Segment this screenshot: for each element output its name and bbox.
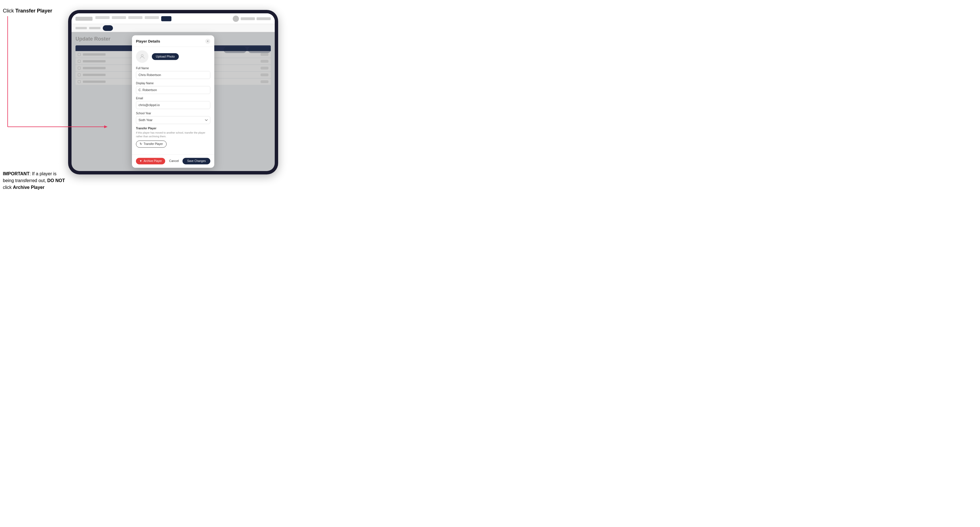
nav-link-squads[interactable]: [128, 16, 143, 19]
bottom-instruction: IMPORTANT: If a player is being transfer…: [3, 170, 65, 191]
modal-backdrop: Player Details ×: [72, 32, 275, 171]
modal-body: Upload Photo Full Name Display Name: [132, 47, 214, 154]
transfer-icon: ↻: [140, 142, 142, 146]
archive-label: Archive Player: [143, 159, 162, 162]
modal-title: Player Details: [136, 39, 160, 43]
save-changes-button[interactable]: Save Changes: [183, 158, 210, 164]
email-input[interactable]: [136, 101, 210, 109]
tablet-frame: Update Roster: [68, 10, 278, 175]
transfer-player-button[interactable]: ↻ Transfer Player: [136, 141, 167, 148]
nav-user-text: [241, 17, 255, 20]
archive-icon: ▼: [139, 159, 142, 162]
full-name-group: Full Name: [136, 67, 210, 79]
modal-close-button[interactable]: ×: [205, 38, 210, 44]
nav-link-leaderboard[interactable]: [145, 16, 159, 19]
school-year-label: School Year: [136, 112, 210, 115]
full-name-input[interactable]: [136, 71, 210, 79]
sec-nav-item-2[interactable]: [89, 27, 100, 29]
transfer-player-description: If this player has moved to another scho…: [136, 131, 210, 138]
player-avatar: [136, 50, 148, 63]
school-year-select[interactable]: First Year Second Year Third Year Fourth…: [136, 116, 210, 124]
archive-player-button[interactable]: ▼ Archive Player: [136, 158, 165, 164]
nav-link-dashboard[interactable]: [95, 16, 110, 19]
tablet-screen: Update Roster: [72, 13, 275, 171]
transfer-btn-label: Transfer Player: [143, 143, 163, 146]
school-year-group: School Year First Year Second Year Third…: [136, 112, 210, 124]
nav-links: [95, 16, 230, 21]
app-logo: [75, 17, 92, 21]
full-name-label: Full Name: [136, 67, 210, 70]
display-name-input[interactable]: [136, 86, 210, 94]
modal-header: Player Details ×: [132, 35, 214, 47]
user-avatar: [233, 16, 239, 22]
nav-right: [233, 16, 271, 22]
email-label: Email: [136, 97, 210, 100]
top-instruction: Click Transfer Player: [3, 8, 52, 14]
instruction-prefix: Click: [3, 8, 15, 14]
photo-upload-row: Upload Photo: [136, 50, 210, 63]
transfer-player-label: Transfer Player: [136, 127, 210, 130]
nav-link-plays-active[interactable]: [161, 16, 172, 21]
important-label: IMPORTANT: [3, 171, 30, 176]
instruction-rest2: click: [3, 185, 13, 190]
archive-ref-label: Archive Player: [13, 185, 45, 190]
secondary-nav: [72, 24, 275, 32]
email-group: Email: [136, 97, 210, 109]
instruction-bold: Transfer Player: [15, 8, 52, 14]
display-name-label: Display Name: [136, 82, 210, 85]
nav-link-feed[interactable]: [112, 16, 126, 19]
player-details-modal: Player Details ×: [132, 35, 214, 168]
svg-point-3: [141, 54, 143, 56]
sec-nav-item-1[interactable]: [75, 27, 87, 29]
upload-photo-button[interactable]: Upload Photo: [152, 53, 179, 60]
sec-nav-active[interactable]: [103, 25, 113, 31]
app-navbar: [72, 13, 275, 24]
do-not-label: DO NOT: [48, 178, 65, 183]
cancel-button[interactable]: Cancel: [166, 158, 181, 165]
nav-settings-text[interactable]: [256, 17, 271, 20]
modal-footer: ▼ Archive Player Cancel Save Changes: [132, 155, 214, 168]
display-name-group: Display Name: [136, 82, 210, 94]
content-area: Update Roster: [72, 32, 275, 171]
transfer-player-section: Transfer Player If this player has moved…: [136, 127, 210, 148]
